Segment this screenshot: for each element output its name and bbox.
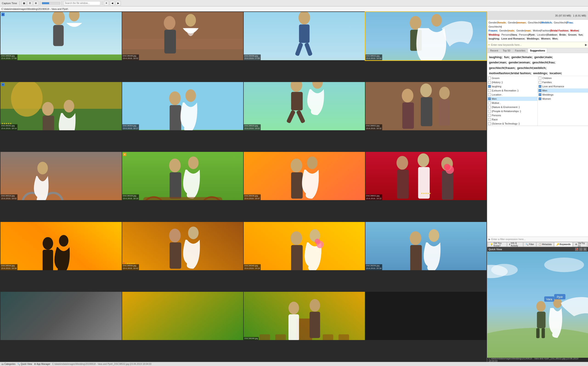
toolbar-btn-1[interactable]: ▦ bbox=[21, 1, 26, 6]
svg-rect-54 bbox=[143, 197, 222, 200]
photo-cell[interactable]: DSC38652.jpg 23.6.2019, 18:32 bbox=[365, 82, 487, 130]
kw-checkbox[interactable] bbox=[488, 106, 491, 108]
tab-recent[interactable]: Recent bbox=[488, 48, 500, 53]
tab-suggestions[interactable]: Suggestions bbox=[528, 48, 547, 53]
kw-tree-item[interactable]: Families bbox=[538, 80, 588, 84]
photo-cell[interactable]: DSC38436.jpg 23.6.2019, 18:47 bbox=[244, 152, 365, 200]
toolbar-btn-2[interactable]: ☰ bbox=[27, 1, 32, 6]
photo-cell[interactable]: ★★★★★ DSC38832.jpg 23.6.2019, 19:22 bbox=[365, 152, 487, 200]
toolbar-btn-close[interactable]: ✕ bbox=[104, 1, 109, 6]
tab-vartoy[interactable]: ⚙ VarToy [1] bbox=[573, 242, 587, 247]
kw-tree-item[interactable]: {Science & Technology :} bbox=[487, 122, 537, 126]
kw-checkbox[interactable]: ✓ bbox=[539, 97, 541, 100]
toolbar-btn-nav2[interactable]: ▶ bbox=[116, 1, 121, 6]
svg-point-23 bbox=[42, 102, 53, 115]
photo-cell[interactable]: ▪ DSC38508.jpg 23.6.2019, 17:56 bbox=[0, 12, 122, 60]
toolbar-btn-nav1[interactable]: ◀ bbox=[110, 1, 115, 6]
photo-cell[interactable]: DSC38544.jpg 23.6.2019, 19:34 bbox=[0, 222, 122, 270]
toolbar-btn-3[interactable]: ⊞ bbox=[33, 1, 38, 6]
kw-checkbox[interactable] bbox=[488, 118, 491, 121]
photo-cell[interactable]: DSC38256.jpg 23.6.2019, 20:34 bbox=[365, 222, 487, 270]
tab-top50[interactable]: Top 50 bbox=[501, 48, 513, 53]
kw-tree-item[interactable]: {Nature & Environment :} bbox=[487, 105, 537, 109]
photo-cell[interactable]: ♦ DSC38328.jpg 23.6.2019, 18:16 bbox=[122, 152, 243, 200]
photo-cell-selected[interactable]: DSC38532.jpg 23.6.2019, 18:04 bbox=[365, 12, 487, 60]
kw-tree-item[interactable]: {History :} bbox=[487, 80, 537, 84]
svg-point-109 bbox=[553, 298, 562, 308]
svg-point-72 bbox=[43, 237, 53, 250]
photo-bg bbox=[122, 222, 243, 270]
photo-cell[interactable]: DSC38316.jpg 23.6.2019, 19:02 bbox=[0, 152, 122, 200]
search-input[interactable] bbox=[64, 1, 100, 5]
kw-checkbox[interactable] bbox=[488, 77, 491, 79]
photo-cell[interactable] bbox=[365, 292, 487, 340]
photo-cell[interactable] bbox=[0, 292, 122, 340]
kw-tree-item-men[interactable]: ✓ Men bbox=[487, 97, 537, 101]
quick-view-controls: 📌 ─ ✕ bbox=[575, 248, 587, 251]
photo-cell[interactable]: DSC38520.jpg 23.6.2019, 18:02 bbox=[244, 82, 365, 130]
kw-checkbox[interactable] bbox=[488, 81, 491, 84]
kw-tree-item[interactable]: ✓ laughing bbox=[487, 84, 537, 88]
photo-cell[interactable]: ♥ ★★★★ DSC38556.jpg 23.6.2019, 19:42 bbox=[122, 222, 243, 270]
kw-checkbox[interactable]: ✓ bbox=[539, 89, 541, 92]
kw-checkbox[interactable]: ✓ bbox=[488, 97, 491, 100]
photo-cell[interactable]: DSC38304.jpg 23.6.2019, 18:17 bbox=[122, 82, 243, 130]
photo-date: 23.6.2019, 17:56 bbox=[1, 57, 17, 60]
tab-didyouknow[interactable]: 💡 Did You Know? bbox=[488, 242, 507, 247]
kw-checkbox[interactable] bbox=[539, 77, 541, 79]
tab-info[interactable]: ℹ Info & Activity bbox=[507, 242, 523, 247]
tab-metadata[interactable]: 📋 Metadata bbox=[536, 242, 554, 247]
tab-favorites[interactable]: Favorites bbox=[513, 48, 527, 53]
kw-tree-item[interactable]: ✓ Women bbox=[538, 97, 588, 101]
photo-date: 23.6.2019, 19:42 bbox=[123, 267, 138, 270]
qv-min-btn[interactable]: ─ bbox=[579, 248, 582, 251]
photo-cell[interactable]: DSC38448.jpg 23.6.2019, 18:02 bbox=[122, 12, 243, 60]
kw-tree-item[interactable]: {People & Relationships :} bbox=[487, 109, 537, 113]
keyword-input[interactable] bbox=[491, 43, 585, 47]
photo-grid: ▪ DSC38508.jpg 23.6.2019, 17:56 bbox=[0, 11, 487, 362]
kw-checkbox[interactable] bbox=[488, 93, 491, 96]
kw-tree-item[interactable]: Persons bbox=[487, 113, 537, 117]
kw-checkbox[interactable]: ✓ bbox=[488, 85, 491, 88]
kw-tree-item[interactable]: Race bbox=[487, 117, 537, 122]
photo-cell[interactable]: DSC38340.jpg 23.6.2019, 19:19 bbox=[244, 222, 365, 270]
svg-rect-7 bbox=[122, 12, 243, 49]
sep4 bbox=[102, 1, 102, 5]
photo-filename: DSC38256.jpg bbox=[366, 264, 382, 267]
kw-tree-item[interactable]: ✓ Love and Romance bbox=[538, 84, 588, 88]
kw-checkbox[interactable]: ✓ bbox=[539, 85, 541, 88]
photo-cell[interactable]: DSC38268.jpg bbox=[244, 292, 365, 340]
filter-placeholder[interactable]: Enter a filter expression here... bbox=[491, 238, 526, 241]
kw-tree-item[interactable]: Children bbox=[538, 76, 588, 80]
statusbar-text: C:\data\imdata\images\Wedding\20190618 -… bbox=[489, 357, 587, 362]
kw-tree-item[interactable]: {Leisure & Recreation :} bbox=[487, 88, 537, 93]
kw-tree-item-men-right[interactable]: ✓ Men bbox=[538, 88, 588, 93]
kw-checkbox[interactable] bbox=[488, 122, 491, 125]
qv-close-btn[interactable]: ✕ bbox=[583, 248, 587, 251]
quick-view-btn[interactable]: 🔍 Quick View bbox=[17, 363, 32, 365]
kw-checkbox[interactable] bbox=[488, 89, 491, 92]
svg-rect-98 bbox=[323, 335, 333, 340]
kw-tree-item[interactable]: ✓ Weddings bbox=[538, 93, 588, 97]
qv-pin-btn[interactable]: 📌 bbox=[575, 248, 578, 251]
kw-tree-item[interactable]: Groom bbox=[487, 76, 537, 80]
photo-cell[interactable]: DSC38496.jpg 23.6.2019, 17:55 bbox=[244, 12, 365, 60]
photo-label: DSC38304.jpg 23.6.2019, 18:17 bbox=[122, 124, 139, 130]
app-manager-btn[interactable]: ⚙ App Manager bbox=[34, 363, 50, 365]
tab-keywords[interactable]: 🔑 Keywords bbox=[554, 242, 573, 247]
tab-filter[interactable]: 🔍 Filter bbox=[523, 242, 536, 247]
kw-tree-item[interactable]: Location . bbox=[487, 93, 537, 97]
kw-checkbox[interactable] bbox=[488, 110, 491, 113]
photo-cell[interactable] bbox=[122, 292, 243, 340]
kw-checkbox[interactable]: ✓ bbox=[539, 93, 541, 96]
kw-checkbox[interactable] bbox=[488, 102, 491, 104]
svg-point-103 bbox=[544, 258, 584, 272]
kw-checkbox[interactable] bbox=[539, 81, 541, 84]
tab-label: Info & Activity bbox=[511, 242, 521, 247]
photo-cell[interactable]: ▪ ★★★★★ DSC38292.jpg 23.6.2019, 18:14 bbox=[0, 82, 122, 130]
photo-filename: DSC38508.jpg bbox=[1, 55, 17, 57]
categories-btn[interactable]: 🗂 Categories bbox=[1, 363, 15, 365]
kw-tree-item[interactable]: Motive . bbox=[487, 101, 537, 105]
kw-checkbox[interactable] bbox=[488, 114, 491, 117]
sep2 bbox=[40, 1, 40, 5]
